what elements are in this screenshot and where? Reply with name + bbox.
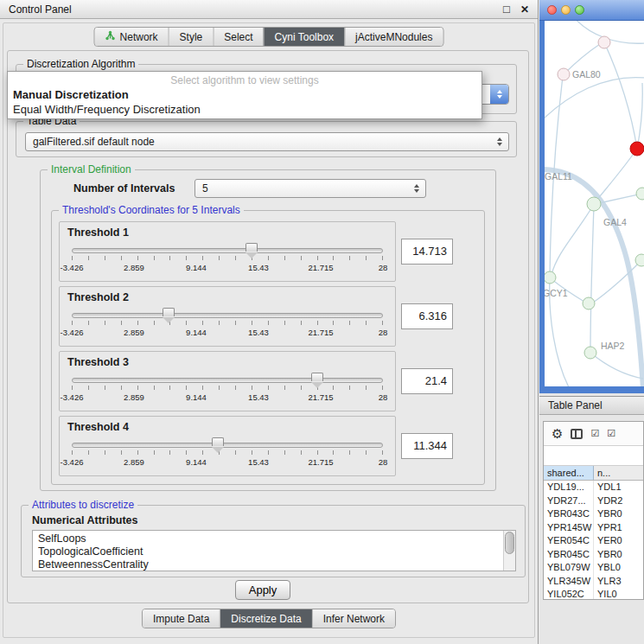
apply-button[interactable]: Apply bbox=[235, 580, 290, 600]
table-row[interactable]: YLR345WYLR3 bbox=[544, 575, 643, 589]
attributes-list[interactable]: SelfLoopsTopologicalCoefficientBetweenne… bbox=[32, 530, 516, 571]
slider-minor-ticks bbox=[72, 256, 383, 260]
cell-name: YPR1 bbox=[594, 521, 643, 535]
numerical-attributes-label: Numerical Attributes bbox=[32, 514, 137, 526]
threshold-value-input[interactable]: 6.316 bbox=[401, 303, 453, 329]
gear-icon[interactable]: ⚙ bbox=[552, 427, 563, 440]
combo-stepper-icon[interactable] bbox=[490, 85, 508, 104]
network-node[interactable] bbox=[587, 197, 601, 211]
network-node[interactable] bbox=[545, 271, 556, 284]
threshold-label: Threshold 2 bbox=[67, 291, 129, 303]
table-row[interactable]: YBL079WYBL0 bbox=[544, 561, 643, 575]
network-window-titlebar[interactable] bbox=[539, 0, 644, 21]
network-edge[interactable] bbox=[552, 204, 594, 275]
slider-thumb[interactable] bbox=[245, 243, 258, 252]
network-node[interactable] bbox=[636, 188, 644, 200]
threshold-row: Threshold 4-3.4262.8599.14415.4321.71528… bbox=[52, 416, 484, 476]
network-edge[interactable] bbox=[604, 42, 637, 149]
tick-label: 2.859 bbox=[124, 457, 144, 467]
num-intervals-select[interactable]: 5 bbox=[194, 179, 426, 198]
slider-thumb[interactable] bbox=[163, 308, 175, 316]
table-toolbar: ⚙ ☑ ☑ bbox=[544, 422, 643, 446]
tick-label: 28 bbox=[379, 263, 388, 272]
network-edge[interactable] bbox=[590, 206, 594, 351]
close-icon[interactable]: ✕ bbox=[520, 3, 529, 16]
table-data-select[interactable]: galFiltered.sif default node bbox=[25, 132, 509, 151]
combo-stepper-icon bbox=[497, 137, 508, 146]
zoom-traffic-light[interactable] bbox=[575, 5, 584, 15]
node-label: GAL80 bbox=[572, 69, 601, 80]
tab-infer-network[interactable]: Infer Network bbox=[312, 609, 395, 628]
dropdown-option[interactable]: Manual Discretization bbox=[8, 87, 481, 102]
select-columns-checkbox-icon[interactable]: ☑ bbox=[607, 429, 615, 438]
attribute-list-item[interactable]: TopologicalCoefficient bbox=[38, 545, 510, 558]
tick-label: 15.43 bbox=[248, 328, 269, 337]
num-intervals-value: 5 bbox=[195, 182, 414, 194]
tab-style[interactable]: Style bbox=[169, 28, 214, 46]
tab-select[interactable]: Select bbox=[213, 28, 263, 46]
table-row[interactable]: YER054CYER0 bbox=[544, 534, 643, 548]
dropdown-option[interactable]: Equal Width/Frequency Discretization bbox=[8, 102, 481, 117]
table-data-value: galFiltered.sif default node bbox=[26, 136, 497, 148]
select-all-checkbox-icon[interactable]: ☑ bbox=[590, 429, 599, 438]
network-and-table-panel: GAL80GAL11GAL4GCY1HAP2 Table Panel ⚙ ☑ ☑… bbox=[539, 0, 644, 644]
threshold-value-input[interactable]: 11.344 bbox=[401, 433, 453, 459]
network-canvas[interactable]: GAL80GAL11GAL4GCY1HAP2 bbox=[545, 21, 644, 386]
tab-label: Network bbox=[120, 31, 158, 43]
scrollbar-thumb[interactable] bbox=[505, 532, 514, 554]
tab-discretize-data[interactable]: Discretize Data bbox=[220, 609, 311, 628]
network-edge[interactable] bbox=[599, 194, 642, 203]
minimize-traffic-light[interactable] bbox=[561, 5, 571, 15]
network-node[interactable] bbox=[583, 297, 595, 309]
network-node[interactable] bbox=[635, 254, 644, 266]
slider-thumb[interactable] bbox=[311, 373, 323, 381]
tick-label: 28 bbox=[379, 392, 388, 402]
table-row[interactable]: YDL19...YDL1 bbox=[544, 481, 643, 494]
network-edge[interactable] bbox=[596, 149, 637, 201]
column-header-shared-name[interactable]: shared... bbox=[544, 466, 594, 480]
attributes-scrollbar[interactable] bbox=[503, 531, 515, 571]
threshold-slider[interactable]: -3.4262.8599.14415.4321.71528 bbox=[72, 243, 383, 279]
table-row[interactable]: YDR27...YDR2 bbox=[544, 494, 643, 508]
threshold-box: Threshold 4-3.4262.8599.14415.4321.71528 bbox=[59, 416, 396, 476]
node-label: GCY1 bbox=[545, 288, 568, 298]
network-node[interactable] bbox=[584, 347, 596, 359]
threshold-slider[interactable]: -3.4262.8599.14415.4321.71528 bbox=[72, 437, 383, 474]
algorithm-dropdown-popup: Select algorithm to view settings Manual… bbox=[7, 71, 482, 119]
tab-network[interactable]: Network bbox=[95, 28, 169, 46]
network-graph[interactable]: GAL80GAL11GAL4GCY1HAP2 bbox=[545, 21, 644, 386]
close-traffic-light[interactable] bbox=[547, 5, 557, 15]
table-row[interactable]: YBR043CYBR0 bbox=[544, 507, 643, 521]
cell-name: YLR3 bbox=[594, 575, 643, 589]
network-node-highlighted[interactable] bbox=[630, 142, 644, 156]
attribute-list-item[interactable]: SelfLoops bbox=[38, 532, 510, 545]
columns-icon[interactable] bbox=[571, 429, 583, 439]
table-row[interactable]: YBR045CYBR0 bbox=[544, 548, 643, 562]
attribute-list-item[interactable]: BetweennessCentrality bbox=[38, 558, 510, 571]
table-row[interactable]: YIL052CYIL0 bbox=[544, 588, 643, 600]
cell-name: YBR0 bbox=[594, 548, 643, 562]
float-window-icon[interactable]: □ bbox=[503, 3, 510, 16]
tab-jactivemnodules[interactable]: jActiveMNodules bbox=[344, 28, 443, 46]
threshold-value-input[interactable]: 21.4 bbox=[401, 368, 453, 394]
threshold-slider[interactable]: -3.4262.8599.14415.4321.71528 bbox=[72, 373, 383, 409]
tab-cyni-toolbox[interactable]: Cyni Toolbox bbox=[264, 28, 344, 46]
dropdown-placeholder-option[interactable]: Select algorithm to view settings bbox=[8, 72, 481, 87]
tab-impute-data[interactable]: Impute Data bbox=[143, 609, 220, 628]
slider-thumb[interactable] bbox=[212, 437, 224, 446]
tab-label: jActiveMNodules bbox=[355, 31, 432, 43]
network-node[interactable] bbox=[598, 36, 610, 48]
group-title-interval-definition: Interval Definition bbox=[48, 163, 135, 175]
table-row[interactable]: YPR145WYPR1 bbox=[544, 521, 643, 535]
network-edge[interactable] bbox=[637, 83, 642, 149]
attributes-group: Attributes to discretize Numerical Attri… bbox=[21, 505, 526, 577]
combo-stepper-icon bbox=[414, 184, 425, 193]
network-node[interactable] bbox=[558, 68, 570, 80]
column-header-name[interactable]: n... bbox=[594, 466, 643, 480]
tab-label: Impute Data bbox=[153, 613, 209, 625]
cell-name: YER0 bbox=[594, 534, 643, 548]
threshold-slider[interactable]: -3.4262.8599.14415.4321.71528 bbox=[72, 308, 383, 344]
network-edge[interactable] bbox=[590, 353, 643, 379]
threshold-value-input[interactable]: 14.713 bbox=[401, 239, 453, 265]
cell-shared-name: YIL052C bbox=[544, 588, 594, 600]
